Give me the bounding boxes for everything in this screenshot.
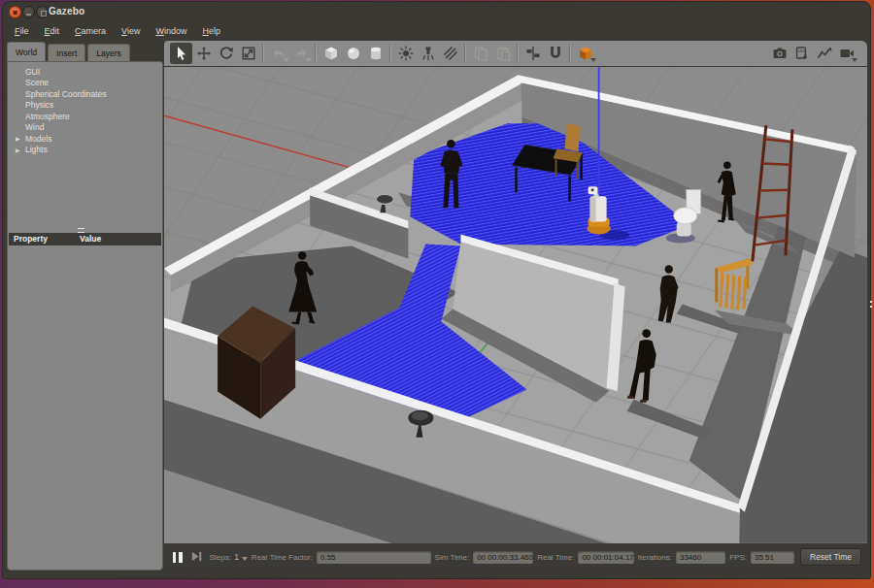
svg-text:LOG: LOG xyxy=(797,49,805,53)
iterations-value: 33460 xyxy=(676,551,725,564)
panel-tabs: WorldInsertLayers xyxy=(7,42,130,61)
snap-button[interactable] xyxy=(544,43,566,64)
gazebo-window: Gazebo FileEditCameraViewWindowHelp Worl… xyxy=(2,1,871,579)
tree-item-physics[interactable]: Physics xyxy=(8,100,162,112)
sim-time-label: Sim Time: xyxy=(435,553,470,562)
right-panel-splitter[interactable] xyxy=(867,67,874,543)
undo-button[interactable] xyxy=(267,43,289,64)
video-record-button[interactable] xyxy=(835,43,857,64)
menu-help[interactable]: Help xyxy=(194,23,228,41)
select-button[interactable] xyxy=(170,43,192,64)
dropdown-caret-icon[interactable] xyxy=(306,58,312,62)
box-icon xyxy=(321,46,340,61)
menu-file[interactable]: File xyxy=(7,23,37,41)
box-button[interactable] xyxy=(319,43,342,64)
directional-light-button[interactable] xyxy=(439,43,461,64)
data-logger-button[interactable]: LOG xyxy=(790,43,813,64)
rotate-button[interactable] xyxy=(215,43,237,64)
scale-button[interactable] xyxy=(237,43,259,64)
snap-icon xyxy=(546,46,564,61)
toolbar-separator xyxy=(517,45,519,62)
menu-edit[interactable]: Edit xyxy=(37,23,68,41)
point-light-button[interactable] xyxy=(394,43,417,64)
tree-item-atmosphere[interactable]: Atmosphere xyxy=(8,111,162,122)
property-column-header: Property xyxy=(9,233,80,245)
tree-item-models[interactable]: ▶Models xyxy=(8,133,162,145)
plot-button[interactable] xyxy=(813,43,835,64)
toolbar-separator xyxy=(315,45,317,62)
close-window-icon[interactable] xyxy=(9,6,21,18)
tree-item-wind[interactable]: Wind xyxy=(8,122,162,134)
step-button[interactable] xyxy=(188,548,205,566)
menu-window[interactable]: Window xyxy=(148,23,194,41)
dropdown-caret-icon[interactable] xyxy=(852,58,857,62)
minimize-window-icon[interactable] xyxy=(22,6,35,18)
view-angle-button[interactable] xyxy=(574,43,596,64)
tree-item-scene[interactable]: Scene xyxy=(8,78,162,89)
data-logger-icon: LOG xyxy=(792,46,811,61)
steps-spinner[interactable]: Steps: 1 xyxy=(209,552,247,562)
menu-camera[interactable]: Camera xyxy=(67,23,114,41)
left-panel: WorldInsertLayers GUISceneSpherical Coor… xyxy=(7,42,163,570)
sphere-button[interactable] xyxy=(342,43,364,64)
main-toolbar: LOG xyxy=(164,41,867,66)
iterations-label: Iterations: xyxy=(638,553,672,562)
menu-bar: FileEditCameraViewWindowHelp xyxy=(3,23,870,41)
align-icon xyxy=(523,46,542,61)
expand-arrow-icon[interactable]: ▶ xyxy=(16,147,25,153)
align-button[interactable] xyxy=(521,43,544,64)
plot-icon xyxy=(815,46,833,61)
tree-item-lights[interactable]: ▶Lights xyxy=(8,145,162,156)
window-title: Gazebo xyxy=(49,6,84,16)
select-icon xyxy=(172,46,190,61)
paste-button[interactable] xyxy=(491,43,514,64)
pause-button[interactable] xyxy=(170,548,185,566)
copy-button[interactable] xyxy=(469,43,491,64)
fps-label: FPS: xyxy=(729,553,747,562)
directional-light-icon xyxy=(441,46,459,61)
spot-light-icon xyxy=(419,46,437,61)
value-column-header: Value xyxy=(80,233,101,245)
reset-time-button[interactable]: Reset Time xyxy=(800,548,861,566)
screenshot-button[interactable] xyxy=(768,43,790,64)
point-light-icon xyxy=(396,46,415,61)
maximize-window-icon[interactable] xyxy=(36,6,49,18)
toolbar-left-group xyxy=(170,43,596,64)
real-time-value: 00 00:01:04.172 xyxy=(578,551,633,564)
real-time-label: Real Time: xyxy=(537,553,574,562)
sim-time-value: 00 00:00:33.460 xyxy=(473,551,533,564)
paste-icon xyxy=(493,46,512,61)
copy-icon xyxy=(471,46,489,61)
steps-label: Steps: xyxy=(209,553,231,562)
dropdown-caret-icon[interactable] xyxy=(590,58,596,62)
title-bar[interactable]: Gazebo xyxy=(3,2,870,23)
translate-icon xyxy=(194,46,213,61)
status-bar: Steps: 1 Real Time Factor: 0.55 Sim Time… xyxy=(164,543,867,571)
cylinder-button[interactable] xyxy=(364,43,387,64)
expand-arrow-icon[interactable]: ▶ xyxy=(16,135,25,142)
tree-item-spherical-coordinates[interactable]: Spherical Coordinates xyxy=(8,88,162,100)
cylinder-icon xyxy=(366,46,385,61)
spot-light-button[interactable] xyxy=(417,43,439,64)
world-tree: GUISceneSpherical CoordinatesPhysicsAtmo… xyxy=(8,66,162,155)
screenshot-icon xyxy=(770,46,789,61)
redo-button[interactable] xyxy=(289,43,312,64)
toolbar-separator xyxy=(464,45,466,62)
world-panel: GUISceneSpherical CoordinatesPhysicsAtmo… xyxy=(7,61,163,571)
menu-view[interactable]: View xyxy=(114,23,148,41)
translate-button[interactable] xyxy=(192,43,215,64)
toolbar-separator xyxy=(262,45,264,62)
rotate-icon xyxy=(217,46,235,61)
3d-viewport[interactable] xyxy=(164,67,867,543)
steps-caret-icon[interactable] xyxy=(242,557,248,561)
rtf-value: 0.55 xyxy=(317,551,431,564)
toolbar-separator xyxy=(389,45,391,62)
sphere-icon xyxy=(344,46,362,61)
property-table-header: Property Value xyxy=(9,233,161,245)
scale-icon xyxy=(239,46,257,61)
toolbar-right-group: LOG xyxy=(768,43,857,64)
fps-value: 35.51 xyxy=(751,551,794,564)
tree-item-gui[interactable]: GUI xyxy=(8,66,162,78)
steps-value: 1 xyxy=(234,552,239,562)
rtf-label: Real Time Factor: xyxy=(252,553,313,562)
